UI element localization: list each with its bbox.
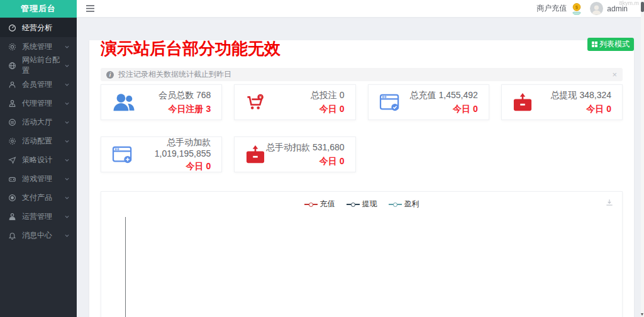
chevron-down-icon [64, 120, 70, 125]
sidebar-item-activity-hall[interactable]: 活动大厅 [0, 113, 77, 131]
sidebar-item-business-analysis[interactable]: 经营分析 [0, 18, 77, 37]
stat-today-label: 今日 [186, 161, 204, 171]
stat-today: 今日 0 [266, 156, 345, 167]
stat-text: 总充值 1,455,492 今日 0 [410, 90, 478, 115]
legend-label: 提现 [362, 199, 377, 209]
info-icon: i [106, 71, 114, 79]
grid-icon [592, 42, 597, 47]
stat-today-value: 0 [340, 104, 345, 114]
notice-bar: i 投注记录相关数据统计截止到昨日 × [101, 68, 623, 81]
sidebar-menu: 经营分析 系统管理 网站前台配置 会员管理 [0, 18, 77, 245]
chevron-down-icon [64, 214, 70, 220]
stat-text: 总手动扣款 531,680 今日 0 [266, 142, 345, 167]
stat-value: 1,455,492 [438, 90, 477, 100]
stat-today: 今日注册 3 [158, 104, 211, 115]
stat-today-label: 今日注册 [169, 104, 204, 114]
sidebar-item-member-management[interactable]: 会员管理 [0, 75, 77, 94]
stat-title-value: 总提现 348,324 [551, 90, 612, 101]
stat-value: 1,019,195,855 [155, 148, 211, 158]
stat-title-value: 会员总数 768 [158, 90, 211, 101]
avatar[interactable] [590, 2, 603, 15]
sidebar-item-label: 支付产品 [22, 192, 52, 203]
sidebar-item-label: 系统管理 [22, 42, 52, 52]
stat-today-label: 今日 [319, 104, 337, 114]
dashboard-icon [8, 24, 16, 32]
sidebar-item-system-management[interactable]: 系统管理 [0, 37, 77, 56]
stat-text: 总投注 0 今日 0 [311, 90, 345, 115]
stat-today-label: 今日 [586, 104, 604, 114]
scrollbar-down-arrow-icon[interactable] [641, 313, 643, 316]
sidebar-item-agent-management[interactable]: 代理管理 [0, 94, 77, 113]
hamburger-menu-icon[interactable] [86, 4, 95, 13]
coin-hand-icon[interactable]: $ [571, 3, 582, 15]
chevron-down-icon [64, 101, 70, 106]
svg-text:¥: ¥ [259, 94, 262, 99]
main-panel: 列表模式 演示站后台部分功能无效 i 投注记录相关数据统计截止到昨日 × 会员总… [89, 40, 634, 317]
stat-card-total-bets: ¥ 总投注 0 今日 0 [234, 84, 355, 120]
chart-y-axis [125, 217, 126, 317]
stat-value: 768 [196, 90, 211, 100]
agent-icon [8, 99, 16, 108]
sidebar-item-label: 网站前台配置 [22, 55, 64, 76]
download-icon[interactable] [605, 198, 614, 207]
stat-title: 总手动扣款 [266, 142, 310, 152]
sidebar-item-activity-config[interactable]: 活动配置 [0, 131, 77, 150]
list-mode-label: 列表模式 [599, 39, 630, 50]
chevron-down-icon [64, 63, 70, 69]
sidebar-item-payment-products[interactable]: 支付产品 [0, 188, 77, 207]
window-scrollbar[interactable] [641, 0, 644, 317]
notice-text: 投注记录相关数据统计截止到昨日 [118, 69, 231, 80]
stat-card-manual-deduct: 总手动扣款 531,680 今日 0 [234, 136, 355, 172]
stat-value: 0 [340, 90, 345, 100]
sidebar-item-message-center[interactable]: 消息中心 [0, 226, 77, 245]
sidebar-item-strategy-design[interactable]: 策略设计 [0, 150, 77, 169]
stat-today-value: 0 [206, 161, 211, 171]
cart-icon: ¥ [245, 93, 265, 112]
chevron-down-icon [64, 195, 70, 201]
line-series-marker-icon [389, 202, 402, 206]
legend-item-profit[interactable]: 盈利 [389, 199, 419, 209]
sidebar-item-label: 策略设计 [22, 155, 52, 165]
merchant-recharge-label[interactable]: 商户充值 [536, 3, 567, 14]
app-logo: 管理后台 [0, 0, 77, 18]
sidebar-item-label: 活动配置 [22, 136, 52, 147]
stat-card-total-recharge: 总充值 1,455,492 今日 0 [368, 84, 489, 120]
legend-item-withdraw[interactable]: 提现 [347, 199, 377, 209]
stat-value: 348,324 [579, 90, 611, 100]
chevron-down-icon [64, 157, 70, 163]
stat-today: 今日 0 [551, 104, 612, 115]
sidebar-item-operations-management[interactable]: 运营管理 [0, 207, 77, 226]
activity-config-icon [8, 137, 16, 145]
manual-deduct-wallet-icon [245, 145, 265, 164]
chart-legend: 充值 提现 盈利 [101, 192, 622, 209]
stats-grid: 会员总数 768 今日注册 3 ¥ [101, 84, 623, 172]
list-mode-button[interactable]: 列表模式 [587, 38, 634, 51]
stat-value: 531,680 [313, 142, 345, 152]
topbar: 商户充值 $ admin [77, 0, 644, 17]
sidebar-item-site-front-config[interactable]: 网站前台配置 [0, 56, 77, 75]
stat-today: 今日 0 [410, 104, 478, 115]
sidebar-item-label: 经营分析 [22, 23, 52, 33]
stat-text: 总提现 348,324 今日 0 [551, 90, 612, 115]
scrollbar-thumb[interactable] [641, 2, 644, 12]
member-icon [8, 81, 16, 89]
sidebar-item-game-management[interactable]: 游戏管理 [0, 169, 77, 188]
sidebar-item-label: 运营管理 [22, 211, 52, 222]
stat-title: 总充值 [410, 90, 436, 100]
sidebar: 管理后台 经营分析 系统管理 网站前台配置 会员管理 [0, 0, 77, 317]
content-area: 列表模式 演示站后台部分功能无效 i 投注记录相关数据统计截止到昨日 × 会员总… [77, 17, 644, 317]
notice-close-icon[interactable]: × [612, 70, 617, 79]
target-icon [8, 194, 16, 202]
chevron-down-icon [64, 233, 70, 238]
legend-item-recharge[interactable]: 充值 [304, 199, 335, 209]
sidebar-item-label: 活动大厅 [22, 117, 52, 128]
stat-today-value: 0 [340, 156, 345, 166]
withdraw-wallet-icon [513, 93, 533, 112]
gear-icon [8, 43, 16, 51]
chevron-down-icon [64, 138, 70, 144]
paper-plane-icon [8, 156, 16, 164]
stat-today: 今日 0 [133, 161, 211, 172]
stat-today-label: 今日 [453, 104, 470, 114]
svg-text:$: $ [575, 4, 578, 10]
stat-card-manual-add: 总手动加款 1,019,195,855 今日 0 [101, 136, 222, 172]
